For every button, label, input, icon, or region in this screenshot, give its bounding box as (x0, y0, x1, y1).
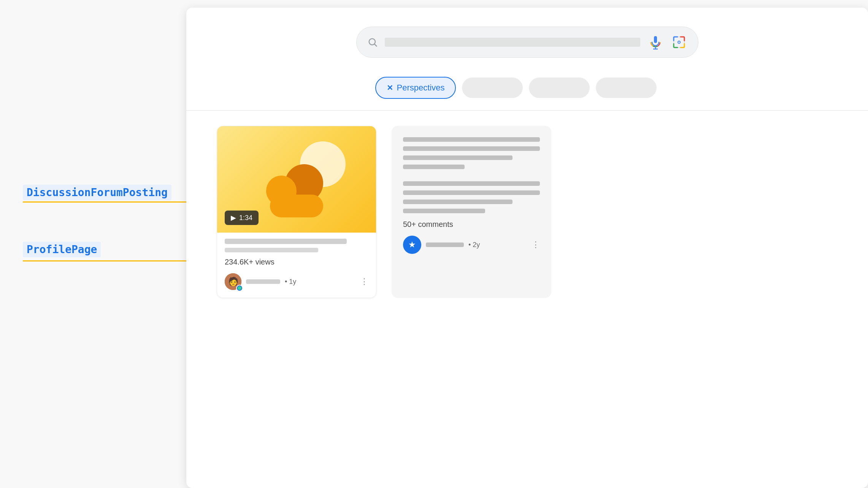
article-text-line-3 (403, 155, 513, 160)
star-icon: ★ (408, 240, 416, 250)
video-info-section: 234.6K+ views 🧑 • 1y ⋮ (217, 233, 376, 298)
svg-point-6 (654, 38, 657, 43)
video-author-row: 🧑 • 1y ⋮ (225, 273, 368, 290)
svg-line-1 (374, 44, 376, 46)
cloud-base (270, 195, 323, 217)
author-verified-badge (236, 285, 243, 292)
search-icon (367, 37, 378, 48)
article-author-row: ★ • 2y ⋮ (403, 236, 540, 254)
perspectives-tab-label: Perspectives (397, 83, 445, 93)
video-views-count: 234.6K+ views (225, 258, 368, 266)
profile-page-label: ProfilePage (23, 243, 101, 256)
video-author-avatar[interactable]: 🧑 (225, 273, 241, 290)
video-author-name-placeholder (246, 279, 280, 284)
article-text-line-4 (403, 165, 465, 169)
article-author-name-placeholder (426, 242, 464, 247)
article-author-avatar[interactable]: ★ (403, 236, 421, 254)
article-comments-count: 50+ comments (403, 220, 540, 229)
article-post-time: • 2y (468, 241, 480, 249)
article-text-line-7 (403, 200, 513, 204)
search-area (186, 8, 868, 69)
tab-filter-2[interactable] (462, 78, 523, 98)
video-upload-time: • 1y (285, 278, 296, 286)
article-result-card: 50+ comments ★ • 2y ⋮ (392, 126, 551, 298)
video-subtitle-placeholder (225, 248, 318, 252)
article-more-options-button[interactable]: ⋮ (532, 240, 540, 250)
video-more-options-button[interactable]: ⋮ (360, 277, 368, 287)
video-duration-badge[interactable]: ▶ 1:34 (225, 211, 259, 225)
tab-perspectives[interactable]: ✕ Perspectives (375, 77, 456, 99)
video-thumbnail[interactable]: ▶ 1:34 (217, 126, 376, 233)
play-icon: ▶ (231, 214, 236, 222)
left-annotation-panel: DiscussionForumPosting ProfilePage (0, 0, 186, 488)
thumbnail-cloud (262, 183, 331, 217)
cloud-shape (262, 183, 331, 217)
search-bar[interactable] (356, 27, 698, 58)
results-area: ▶ 1:34 234.6K+ views 🧑 • 1y (186, 111, 868, 313)
google-lens-icon[interactable] (671, 34, 687, 51)
article-text-line-6 (403, 190, 540, 195)
article-text-line-8 (403, 209, 485, 213)
tab-filter-3[interactable] (529, 78, 590, 98)
svg-point-10 (678, 41, 680, 43)
browser-panel: ✕ Perspectives (186, 8, 868, 488)
article-text-line-5 (403, 181, 540, 186)
search-input[interactable] (385, 38, 640, 47)
video-duration: 1:34 (239, 214, 252, 222)
video-title-placeholder (225, 239, 347, 244)
close-tab-icon[interactable]: ✕ (387, 83, 393, 92)
badge-inner (238, 286, 241, 290)
tab-filter-4[interactable] (596, 78, 657, 98)
article-text-line-1 (403, 137, 540, 142)
video-result-card: ▶ 1:34 234.6K+ views 🧑 • 1y (217, 126, 376, 298)
article-text-line-2 (403, 146, 540, 151)
microphone-icon[interactable] (647, 34, 664, 51)
filter-tabs: ✕ Perspectives (345, 69, 710, 110)
discussion-forum-label: DiscussionForumPosting (23, 186, 171, 199)
